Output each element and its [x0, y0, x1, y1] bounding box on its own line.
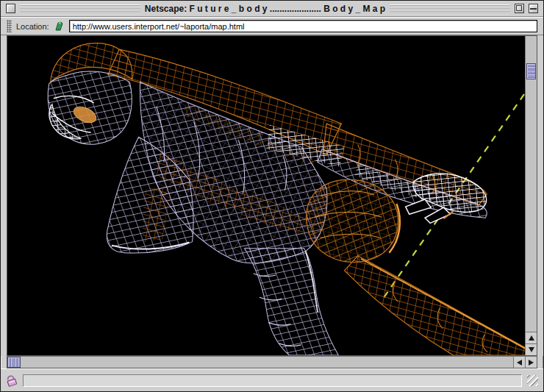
location-bar: Location: [1, 17, 543, 35]
status-message-field [23, 374, 522, 387]
down-arrow-icon [529, 347, 534, 352]
horizontal-scrollbar-thumb[interactable] [7, 357, 21, 368]
horizontal-scrollbar-track[interactable] [21, 357, 513, 368]
window-title: Netscape: F u t u r e _ b o d y ........… [145, 1, 385, 17]
up-arrow-icon [529, 335, 534, 341]
figure-body [48, 43, 525, 355]
scroll-left-button[interactable] [513, 357, 525, 368]
right-arrow-icon [529, 360, 534, 366]
titlebar-stripes [390, 4, 510, 13]
collapse-box-icon[interactable] [529, 4, 538, 13]
resize-grip[interactable] [526, 374, 539, 387]
zoom-box-icon[interactable] [515, 4, 524, 13]
close-box-icon[interactable] [6, 4, 15, 13]
url-input[interactable] [69, 20, 537, 32]
content-row [1, 35, 543, 356]
vertical-scrollbar[interactable] [525, 35, 537, 356]
location-label: Location: [16, 22, 49, 31]
title-bar[interactable]: Netscape: F u t u r e _ b o d y ........… [1, 1, 543, 17]
status-bar [1, 368, 543, 391]
scroll-up-button[interactable] [526, 332, 537, 343]
security-padlock-icon[interactable] [5, 374, 18, 387]
figure-rear-leg [345, 256, 525, 355]
left-arrow-icon [517, 360, 522, 366]
scroll-down-button[interactable] [526, 343, 537, 355]
figure-front-leg [245, 249, 339, 355]
netscape-window: Netscape: F u t u r e _ b o d y ........… [0, 0, 544, 392]
vertical-scrollbar-thumb[interactable] [526, 63, 536, 79]
drag-grip-handle[interactable] [7, 20, 12, 32]
wireframe-figure [7, 36, 525, 355]
bookmark-proxy-icon[interactable] [54, 21, 65, 32]
scroll-right-button[interactable] [525, 357, 537, 368]
horizontal-scrollbar[interactable] [7, 356, 537, 368]
body-map-image[interactable] [7, 35, 525, 356]
titlebar-stripes [20, 4, 140, 13]
